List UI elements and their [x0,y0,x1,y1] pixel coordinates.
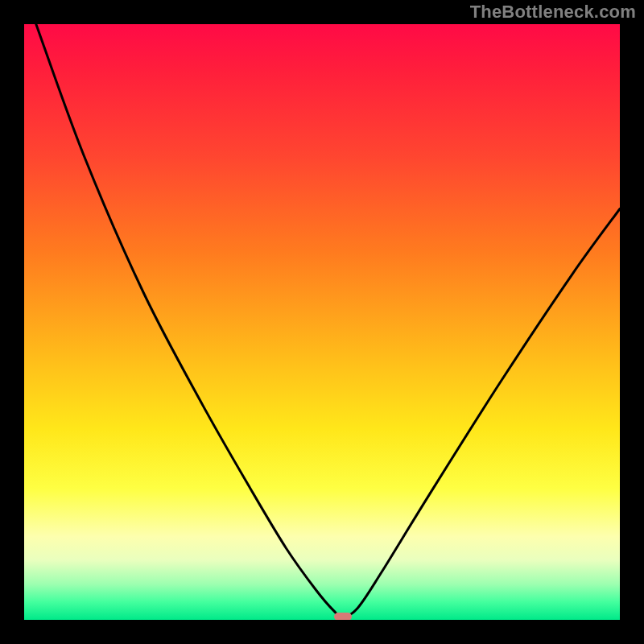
plot-area [24,24,620,620]
optimum-marker [334,613,352,620]
chart-frame: TheBottleneck.com [0,0,644,644]
watermark-label: TheBottleneck.com [470,2,636,23]
line-curve [24,24,620,620]
